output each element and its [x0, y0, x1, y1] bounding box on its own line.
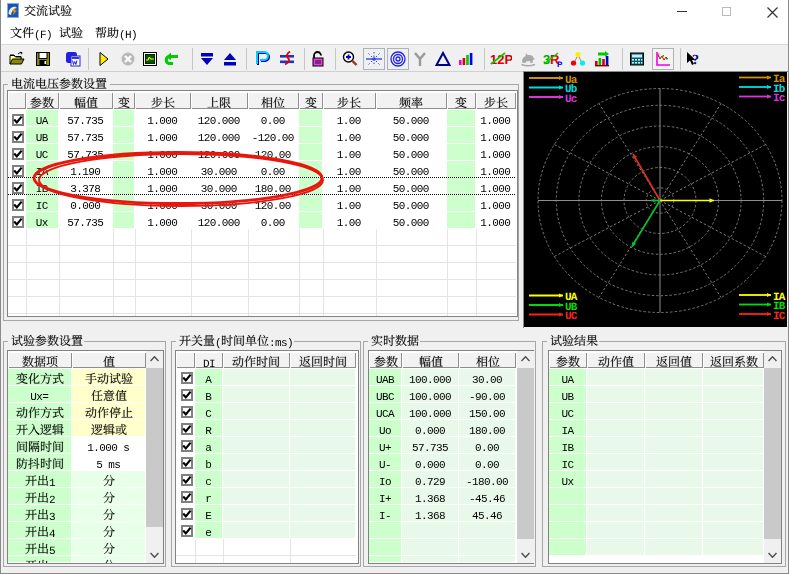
svg-text:(H): (H)	[119, 30, 137, 42]
svg-text::ms): :ms)	[269, 338, 293, 350]
svg-text:UC: UC	[565, 311, 578, 323]
svg-text:(F): (F)	[34, 30, 52, 42]
svg-text:?: ?	[692, 53, 699, 67]
svg-text:(: (	[215, 338, 221, 350]
svg-text:IC: IC	[773, 311, 786, 323]
svg-text:P: P	[557, 60, 563, 67]
svg-text:Uc: Uc	[565, 94, 577, 106]
svg-text:Ic: Ic	[773, 93, 785, 105]
svg-text:12P: 12P	[490, 52, 512, 67]
